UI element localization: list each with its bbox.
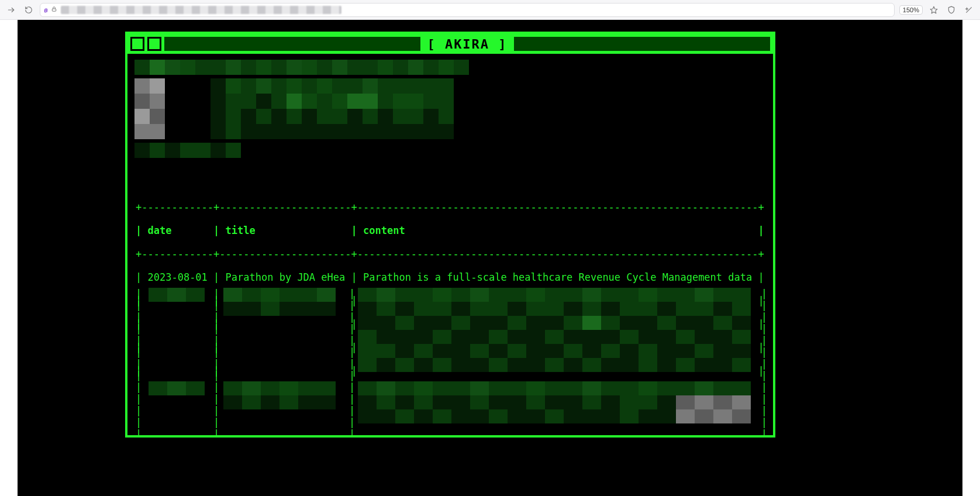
window-button-2[interactable] (147, 37, 161, 51)
redacted-header-block (134, 60, 469, 158)
url-redacted (61, 6, 341, 14)
terminal-titlebar: [ AKIRA ] (127, 34, 773, 54)
table-top-border: +------------+----------------------+---… (136, 201, 767, 213)
terminal-body: +------------+----------------------+---… (127, 54, 773, 435)
lock-icon (51, 6, 57, 14)
address-bar[interactable]: ፀ (40, 3, 895, 17)
shield-icon[interactable] (945, 4, 958, 16)
col-date-header: date (147, 225, 171, 236)
reload-button[interactable] (22, 4, 35, 16)
onion-icon: ፀ (44, 6, 47, 14)
cell-title-l1: Parathon by JDA eHea (226, 271, 346, 283)
terminal-window: [ AKIRA ] (125, 32, 775, 438)
sparkle-icon[interactable] (962, 4, 975, 16)
terminal-title: [ AKIRA ] (423, 37, 510, 51)
table-header-sep: +------------+----------------------+---… (136, 248, 767, 260)
forward-button[interactable] (5, 4, 18, 16)
table-header-row: | date | title | content | (136, 225, 767, 236)
cell-date: 2023-08-01 (147, 271, 207, 283)
svg-marker-2 (930, 6, 937, 13)
cell-content-l1: Parathon is a full-scale healthcare Reve… (363, 271, 752, 283)
col-content-header: content (363, 225, 405, 236)
zoom-badge[interactable]: 150% (899, 5, 923, 15)
browser-toolbar: ፀ 150% (0, 0, 980, 20)
svg-rect-1 (52, 9, 56, 11)
table-row: | 2023-08-01 | Parathon by JDA eHea | Pa… (136, 271, 767, 283)
page-background: [ AKIRA ] (18, 20, 962, 496)
page-viewport: [ AKIRA ] (0, 20, 980, 496)
titlebar-stripe-left (164, 37, 420, 51)
bookmark-icon[interactable] (927, 4, 940, 16)
titlebar-stripe-right (514, 37, 770, 51)
col-title-header: title (226, 225, 256, 236)
window-button-1[interactable] (130, 37, 144, 51)
